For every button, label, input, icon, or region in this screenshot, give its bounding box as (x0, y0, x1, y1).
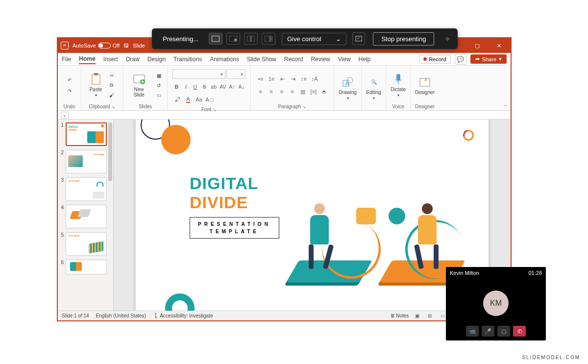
increase-font-button[interactable]: A↑ (228, 82, 236, 92)
line-spacing-button[interactable]: ↕≡ (299, 74, 309, 84)
tab-record[interactable]: Record (284, 55, 303, 64)
slide-index-label[interactable]: Slide 1 of 14 (62, 313, 89, 318)
slide-canvas[interactable]: DIGITAL DIVIDE PRESENTATION TEMPLATE (136, 120, 489, 311)
tab-slideshow[interactable]: Slide Show (247, 55, 276, 64)
bullets-button[interactable]: •≡ (256, 74, 266, 84)
slide-thumb-2[interactable]: TITLE HERE (66, 150, 107, 173)
svg-rect-16 (396, 74, 400, 81)
tab-animations[interactable]: Animations (210, 55, 239, 64)
tab-insert[interactable]: Insert (103, 55, 118, 64)
clear-format-button[interactable]: A◌ (205, 95, 215, 104)
collapse-ribbon-icon[interactable]: ⌄ (504, 102, 508, 107)
font-color-button[interactable]: A (183, 95, 193, 104)
slide-thumb-5[interactable]: TITLE HERE (66, 232, 107, 256)
slide-thumb-6[interactable] (66, 260, 107, 274)
undo-button[interactable]: ↶ (64, 75, 75, 84)
smartart-button[interactable]: ⬘ (319, 87, 329, 97)
new-slide-button[interactable]: New Slide (126, 72, 151, 98)
paste-button[interactable]: Paste ▾ (88, 72, 104, 98)
deco-arc (165, 293, 195, 311)
dictate-button[interactable]: Dictate▾ (389, 72, 408, 98)
new-slide-icon (133, 73, 146, 86)
decrease-font-button[interactable]: A↓ (237, 82, 245, 92)
copy-button[interactable]: ⧉ (106, 81, 117, 90)
qat-expand-icon[interactable]: ⌄ (61, 112, 69, 119)
stop-presenting-button[interactable]: Stop presenting (373, 32, 434, 46)
tab-draw[interactable]: Draw (126, 55, 140, 64)
tab-help[interactable]: Help (359, 55, 371, 64)
camera-toggle-button[interactable]: 📹 (466, 326, 479, 337)
slide-title-2: DIVIDE (190, 193, 279, 212)
slide-thumb-4[interactable] (66, 205, 107, 228)
designer-button[interactable]: Designer (413, 75, 437, 96)
drawing-button[interactable]: ADrawing▾ (337, 75, 359, 101)
tab-file[interactable]: File (62, 55, 71, 64)
slide-thumb-1[interactable]: DIGITALDIVIDE (66, 122, 107, 146)
autosave-toggle[interactable]: AutoSave Off (73, 43, 120, 49)
italic-button[interactable]: I (182, 82, 190, 92)
tab-review[interactable]: Review (311, 55, 330, 64)
char-spacing-button[interactable]: AV (219, 82, 227, 92)
popout-icon[interactable] (352, 32, 365, 45)
participant-name: Kevin Milton (450, 270, 479, 276)
pin-icon[interactable]: ✧ (441, 32, 454, 45)
bold-button[interactable]: B (172, 82, 181, 92)
hangup-button[interactable]: ✆ (513, 326, 526, 337)
participant-avatar: KM (483, 291, 509, 316)
mic-off-icon: 🎤 (485, 328, 491, 335)
redo-button[interactable]: ↷ (64, 86, 75, 95)
chevron-down-icon: ▾ (95, 93, 97, 97)
notes-button[interactable]: ≣ Notes (391, 313, 409, 318)
slide-thumb-3[interactable]: TITLE HERE (66, 177, 107, 201)
cut-button[interactable]: ✂ (106, 71, 117, 80)
text-direction-button[interactable]: ↕A (310, 74, 319, 84)
reset-button[interactable]: ↺ (153, 81, 164, 90)
editing-button[interactable]: 🔍Editing▾ (364, 75, 383, 101)
language-label[interactable]: English (United States) (96, 313, 146, 318)
numbering-button[interactable]: 1≡ (267, 74, 276, 84)
align-center-button[interactable]: ≡ (267, 87, 276, 97)
comments-button[interactable]: 💬 (455, 54, 466, 65)
view-mode-3[interactable] (244, 33, 258, 45)
tab-design[interactable]: Design (147, 55, 166, 64)
view-mode-4[interactable] (262, 33, 275, 45)
close-button[interactable]: ✕ (490, 38, 508, 53)
record-button[interactable]: Record (419, 55, 450, 64)
save-icon[interactable]: 🖫 (123, 43, 129, 49)
section-button[interactable]: ▭ (153, 91, 164, 99)
font-size-select[interactable]: ▾ (226, 69, 245, 79)
strike-button[interactable]: S (200, 82, 209, 92)
columns-button[interactable]: ▥ (298, 87, 308, 97)
accessibility-label[interactable]: 🚶 Accessibility: Investigate (153, 313, 213, 318)
shadow-button[interactable]: ab (210, 82, 218, 92)
tab-transitions[interactable]: Transitions (173, 55, 202, 64)
maximize-button[interactable]: ▢ (468, 38, 486, 53)
underline-button[interactable]: U (191, 82, 199, 92)
align-left-button[interactable]: ≡ (256, 87, 266, 97)
paragraph-launcher[interactable]: ↘ (302, 104, 306, 109)
format-painter-button[interactable]: 🖌 (106, 91, 117, 99)
change-case-button[interactable]: Aa (194, 95, 204, 104)
tab-home[interactable]: Home (79, 54, 95, 64)
svg-rect-2 (234, 39, 237, 41)
justify-button[interactable]: ≡ (288, 87, 297, 97)
font-family-select[interactable]: ▾ (172, 69, 225, 79)
layout-button[interactable]: ▦ (153, 71, 164, 80)
align-text-button[interactable]: [≡] (309, 87, 318, 97)
share-button[interactable]: ➦Share▾ (470, 54, 507, 64)
thumb-scrollbar[interactable] (108, 122, 112, 181)
mic-toggle-button[interactable]: 🎤 (482, 326, 494, 337)
tab-view[interactable]: View (338, 55, 351, 64)
slide-illustration (283, 161, 469, 298)
share-toggle-button[interactable]: ▢ (497, 326, 510, 337)
view-mode-2[interactable] (226, 33, 240, 45)
clipboard-launcher[interactable]: ↘ (111, 104, 115, 109)
highlight-button[interactable]: 🖍 (172, 95, 182, 104)
indent-inc-button[interactable]: ⇥ (288, 74, 298, 84)
give-control-dropdown[interactable]: Give control ⌄ (282, 33, 346, 45)
sorter-view-icon[interactable]: ⊞ (425, 313, 434, 319)
normal-view-icon[interactable]: ▣ (413, 313, 421, 319)
indent-dec-button[interactable]: ⇤ (277, 74, 287, 84)
align-right-button[interactable]: ≡ (277, 87, 287, 97)
view-mode-1[interactable] (209, 33, 222, 45)
